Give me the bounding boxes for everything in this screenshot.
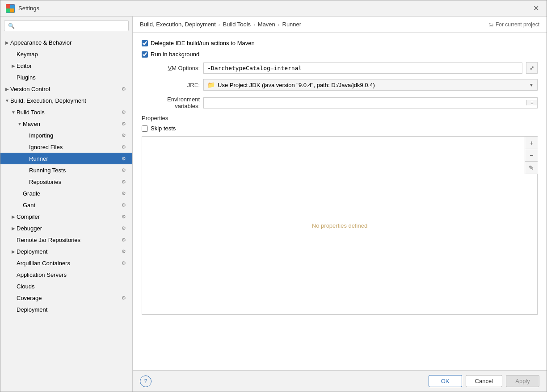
project-icon: 🗂 (488, 21, 494, 28)
skip-tests-row: Skip tests (142, 125, 538, 132)
sidebar-item-editor[interactable]: ▶ Editor (0, 60, 132, 71)
sidebar-item-keymap[interactable]: Keymap (0, 48, 132, 60)
add-property-button[interactable]: + (525, 137, 538, 149)
right-panel: Build, Execution, Deployment › Build Too… (133, 17, 547, 392)
env-vars-browse-button[interactable]: ≡ (526, 100, 537, 105)
search-box[interactable]: 🔍 (4, 20, 129, 31)
settings-icon: ⚙ (122, 109, 129, 115)
for-current-project: 🗂 For current project (488, 21, 539, 28)
properties-section-title: Properties (142, 115, 538, 121)
sidebar-item-label: Build Tools (17, 109, 122, 116)
expand-icon: ▶ (10, 249, 17, 254)
sidebar-item-repositories[interactable]: Repositories ⚙ (0, 176, 132, 188)
expand-icon: ▼ (4, 98, 10, 103)
sidebar-item-ignored-files[interactable]: Ignored Files ⚙ (0, 141, 132, 153)
cancel-button[interactable]: Cancel (466, 375, 502, 387)
remove-property-button[interactable]: − (525, 149, 538, 162)
sidebar-item-deployment2[interactable]: Deployment (0, 304, 132, 315)
sidebar-item-importing[interactable]: Importing ⚙ (0, 129, 132, 141)
sidebar-item-gradle[interactable]: Gradle ⚙ (0, 188, 132, 199)
settings-icon: ⚙ (122, 225, 129, 231)
sidebar-item-label: Repositories (29, 179, 122, 185)
env-vars-field: ≡ (203, 97, 538, 108)
sidebar-item-build-tools[interactable]: ▼ Build Tools ⚙ (0, 106, 132, 118)
expand-icon: ▶ (4, 40, 10, 45)
properties-wrapper: No properties defined + − ✎ (142, 136, 538, 315)
sidebar-item-clouds[interactable]: Clouds (0, 280, 132, 292)
breadcrumb-part-3: Maven (258, 21, 275, 28)
delegate-row: Delegate IDE build/run actions to Maven (142, 40, 538, 46)
sidebar-item-label: Gant (23, 202, 122, 209)
sidebar-item-debugger[interactable]: ▶ Debugger ⚙ (0, 222, 132, 234)
sidebar-item-label: Maven (23, 121, 122, 127)
sidebar-item-app-servers[interactable]: Application Servers (0, 269, 132, 280)
no-properties-text: No properties defined (312, 222, 367, 229)
sidebar-item-label: Plugins (17, 74, 129, 81)
expand-icon: ▼ (10, 110, 17, 115)
breadcrumb-part-2: Build Tools (223, 21, 251, 28)
run-background-checkbox[interactable] (142, 51, 148, 58)
settings-icon: ⚙ (122, 156, 129, 162)
properties-list: No properties defined + − ✎ (142, 136, 538, 315)
sidebar-item-runner[interactable]: Runner ⚙ (0, 153, 132, 164)
sidebar-item-label: Ignored Files (29, 144, 122, 150)
vm-options-row: VM Options: -DarchetypeCatalog=internal … (142, 62, 538, 74)
env-vars-input[interactable] (204, 98, 526, 108)
sidebar-item-label: Remote Jar Repositories (17, 237, 122, 243)
run-background-row: Run in background (142, 51, 538, 58)
ok-button[interactable]: OK (429, 375, 462, 387)
breadcrumb-separator: › (253, 22, 255, 27)
delegate-checkbox-label[interactable]: Delegate IDE build/run actions to Maven (142, 40, 255, 46)
settings-icon: ⚙ (122, 179, 129, 185)
svg-rect-3 (10, 8, 14, 13)
help-button[interactable]: ? (140, 375, 151, 387)
sidebar-item-maven[interactable]: ▼ Maven ⚙ (0, 118, 132, 129)
expand-icon: ▼ (17, 121, 23, 126)
sidebar-item-plugins[interactable]: Plugins (0, 71, 132, 83)
breadcrumb-current: Runner (282, 21, 302, 28)
skip-tests-text: Skip tests (151, 125, 176, 132)
sidebar-item-label: Clouds (17, 283, 129, 290)
sidebar-item-label: Keymap (17, 51, 129, 58)
vm-options-input[interactable]: -DarchetypeCatalog=internal (203, 63, 522, 74)
sidebar-item-build-exec-deploy[interactable]: ▼ Build, Execution, Deployment (0, 95, 132, 106)
search-input[interactable] (17, 22, 125, 29)
edit-property-button[interactable]: ✎ (525, 162, 538, 174)
skip-tests-checkbox[interactable] (142, 125, 148, 132)
settings-icon: ⚙ (122, 260, 129, 266)
sidebar-item-appearance[interactable]: ▶ Appearance & Behavior (0, 37, 132, 48)
sidebar-item-deployment[interactable]: ▶ Deployment ⚙ (0, 246, 132, 257)
sidebar-item-remote-jar[interactable]: Remote Jar Repositories ⚙ (0, 234, 132, 246)
jre-value: Use Project JDK (java version "9.0.4", p… (218, 82, 526, 88)
settings-icon: ⚙ (122, 237, 129, 243)
sidebar-item-coverage[interactable]: Coverage ⚙ (0, 292, 132, 304)
env-vars-label: Environment variables: (142, 96, 200, 109)
sidebar-item-label: Appearance & Behavior (10, 39, 129, 46)
sidebar-item-running-tests[interactable]: Running Tests ⚙ (0, 164, 132, 176)
delegate-checkbox[interactable] (142, 40, 148, 46)
breadcrumb: Build, Execution, Deployment › Build Too… (140, 21, 301, 28)
jre-select[interactable]: 📁 Use Project JDK (java version "9.0.4",… (203, 79, 538, 91)
expand-icon: ▶ (10, 63, 17, 68)
panel-body: Delegate IDE build/run actions to Maven … (133, 33, 547, 370)
sidebar-item-compiler[interactable]: ▶ Compiler ⚙ (0, 211, 132, 222)
sidebar-item-label: Running Tests (29, 167, 122, 174)
close-button[interactable]: ✕ (530, 3, 541, 14)
sidebar-item-gant[interactable]: Gant ⚙ (0, 199, 132, 211)
apply-button[interactable]: Apply (506, 375, 539, 387)
sidebar-item-label: Importing (29, 132, 122, 139)
for-current-project-label: For current project (496, 21, 539, 28)
sidebar-item-label: Editor (17, 63, 129, 69)
sidebar-item-version-control[interactable]: ▶ Version Control ⚙ (0, 83, 132, 95)
settings-icon: ⚙ (122, 144, 129, 150)
settings-icon: ⚙ (122, 86, 129, 92)
run-background-label[interactable]: Run in background (142, 51, 199, 58)
settings-icon: ⚙ (122, 191, 129, 196)
vm-options-expand-button[interactable]: ⤢ (526, 62, 538, 74)
search-icon: 🔍 (8, 23, 15, 29)
sidebar-item-arquillian[interactable]: Arquillian Containers ⚙ (0, 257, 132, 269)
chevron-down-icon: ▼ (529, 83, 534, 88)
jdk-icon: 📁 (207, 81, 215, 88)
skip-tests-label[interactable]: Skip tests (142, 125, 176, 132)
titlebar: Settings ✕ (0, 0, 547, 17)
